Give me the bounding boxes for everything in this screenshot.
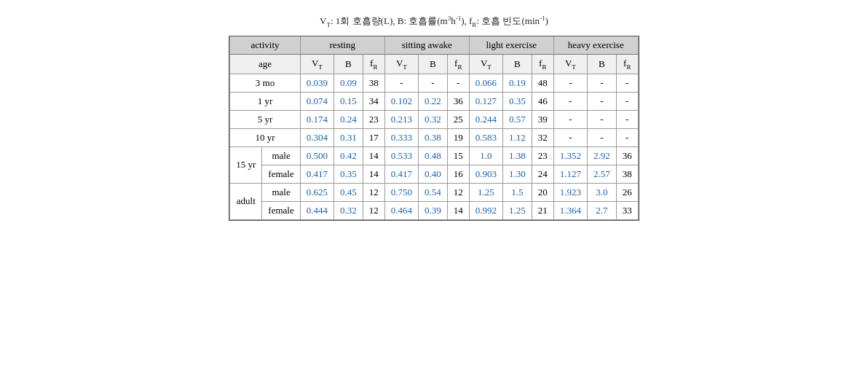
table-cell: 3.0: [587, 183, 616, 201]
caption: VT: 1회 호흡량(L), B: 호흡률(m3h-1), fR: 호흡 빈도(…: [320, 15, 548, 28]
table-row: adultmale0.6250.45120.7500.54121.251.520…: [230, 183, 638, 201]
table-cell: 0.213: [384, 110, 418, 128]
sub-age-cell: male: [262, 146, 300, 165]
table-wrapper: activity resting sitting awake light exe…: [229, 36, 639, 221]
table-cell: -: [553, 110, 587, 128]
table-cell: 12: [363, 201, 384, 219]
table-cell: -: [616, 128, 638, 146]
table-cell: 0.750: [384, 183, 418, 201]
sitting-vt-header: VT: [384, 54, 418, 74]
table-cell: 1.30: [502, 165, 532, 183]
table-cell: 1.0: [469, 146, 502, 165]
table-cell: 0.066: [469, 74, 502, 92]
table-cell: 0.40: [418, 165, 447, 183]
resting-header: resting: [300, 36, 384, 55]
table-cell: 0.24: [334, 110, 363, 128]
table-cell: 23: [363, 110, 384, 128]
light-b-header: B: [502, 54, 532, 74]
table-cell: 0.42: [334, 146, 363, 165]
table-cell: 0.45: [334, 183, 363, 201]
table-cell: 17: [363, 128, 384, 146]
table-cell: 1.364: [553, 201, 587, 219]
table-cell: 2.7: [587, 201, 616, 219]
table-cell: 0.074: [300, 92, 334, 110]
table-cell: 21: [532, 201, 553, 219]
table-cell: 0.244: [469, 110, 502, 128]
table-cell: 0.417: [384, 165, 418, 183]
heavy-exercise-header: heavy exercise: [553, 36, 638, 55]
table-cell: -: [587, 110, 616, 128]
table-cell: 14: [363, 165, 384, 183]
table-cell: 14: [447, 201, 469, 219]
table-cell: 0.039: [300, 74, 334, 92]
sub-age-cell: male: [262, 183, 300, 201]
table-cell: 0.54: [418, 183, 447, 201]
table-cell: 1.127: [553, 165, 587, 183]
table-cell: 33: [616, 201, 638, 219]
table-cell: 0.31: [334, 128, 363, 146]
table-cell: 0.444: [300, 201, 334, 219]
table-cell: 25: [447, 110, 469, 128]
table-cell: 2.92: [587, 146, 616, 165]
table-cell: 0.583: [469, 128, 502, 146]
table-cell: 1.25: [469, 183, 502, 201]
table-cell: -: [553, 128, 587, 146]
table-cell: 12: [363, 183, 384, 201]
table-row: 5 yr0.1740.24230.2130.32250.2440.5739---: [230, 110, 638, 128]
table-cell: 0.22: [418, 92, 447, 110]
table-cell: 36: [447, 92, 469, 110]
resting-b-header: B: [334, 54, 363, 74]
table-cell: 0.417: [300, 165, 334, 183]
table-cell: 0.333: [384, 128, 418, 146]
light-vt-header: VT: [469, 54, 502, 74]
table-cell: 19: [447, 128, 469, 146]
table-body: 3 mo0.0390.0938---0.0660.1948---1 yr0.07…: [230, 74, 638, 219]
table-cell: 0.15: [334, 92, 363, 110]
table-cell: 15: [447, 146, 469, 165]
table-cell: -: [384, 74, 418, 92]
resting-vt-header: VT: [300, 54, 334, 74]
table-cell: 23: [532, 146, 553, 165]
table-cell: 0.174: [300, 110, 334, 128]
table-cell: 38: [363, 74, 384, 92]
table-cell: 0.500: [300, 146, 334, 165]
table-cell: 0.625: [300, 183, 334, 201]
table-cell: 34: [363, 92, 384, 110]
table-cell: -: [616, 110, 638, 128]
table-cell: -: [587, 74, 616, 92]
table-cell: 0.102: [384, 92, 418, 110]
table-cell: 32: [532, 128, 553, 146]
table-row: 15 yrmale0.5000.42140.5330.48151.01.3823…: [230, 146, 638, 165]
table-cell: 46: [532, 92, 553, 110]
table-row: female0.4170.35140.4170.40160.9031.30241…: [230, 165, 638, 183]
age-cell: 5 yr: [230, 110, 300, 128]
table-cell: 0.48: [418, 146, 447, 165]
light-fr-header: fR: [532, 54, 553, 74]
table-cell: 48: [532, 74, 553, 92]
table-cell: 0.533: [384, 146, 418, 165]
sitting-fr-header: fR: [447, 54, 469, 74]
table-cell: 0.32: [418, 110, 447, 128]
table-cell: -: [553, 92, 587, 110]
table-cell: -: [447, 74, 469, 92]
age-cell: 1 yr: [230, 92, 300, 110]
table-cell: 1.12: [502, 128, 532, 146]
light-exercise-header: light exercise: [469, 36, 553, 55]
heavy-vt-header: VT: [553, 54, 587, 74]
age-subheader: age: [230, 54, 300, 74]
table-cell: -: [616, 92, 638, 110]
age-cell: adult: [230, 183, 262, 219]
table-cell: 0.32: [334, 201, 363, 219]
resting-fr-header: fR: [363, 54, 384, 74]
sub-age-cell: female: [262, 201, 300, 219]
table-cell: 0.127: [469, 92, 502, 110]
table-cell: 0.992: [469, 201, 502, 219]
age-cell: 3 mo: [230, 74, 300, 92]
table-cell: 2.57: [587, 165, 616, 183]
table-cell: 0.39: [418, 201, 447, 219]
sub-age-cell: female: [262, 165, 300, 183]
table-cell: 0.38: [418, 128, 447, 146]
table-row: female0.4440.32120.4640.39140.9921.25211…: [230, 201, 638, 219]
activity-header: activity: [230, 36, 300, 55]
table-cell: -: [587, 128, 616, 146]
